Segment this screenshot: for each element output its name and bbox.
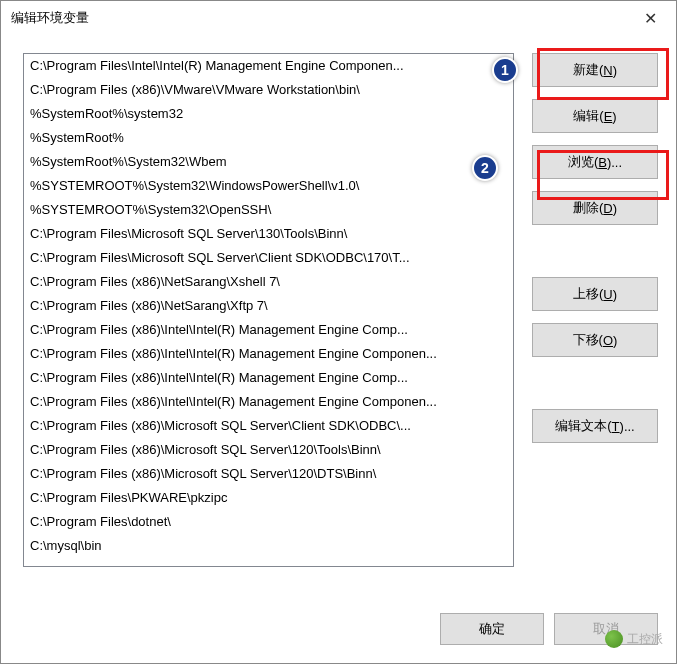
new-button[interactable]: 新建(N) [532, 53, 658, 87]
move-up-button[interactable]: 上移(U) [532, 277, 658, 311]
list-item[interactable]: C:\Program Files (x86)\Microsoft SQL Ser… [24, 462, 513, 486]
list-item[interactable]: %SYSTEMROOT%\System32\OpenSSH\ [24, 198, 513, 222]
close-icon: ✕ [644, 9, 657, 28]
list-item[interactable]: C:\Program Files\dotnet\ [24, 510, 513, 534]
list-item[interactable]: C:\Program Files (x86)\NetSarang\Xftp 7\ [24, 294, 513, 318]
list-item[interactable]: C:\Program Files\PKWARE\pkzipc [24, 486, 513, 510]
content-area: C:\Program Files\Intel\Intel(R) Manageme… [1, 35, 676, 613]
spacer [532, 237, 658, 265]
list-item[interactable]: C:\Program Files (x86)\Intel\Intel(R) Ma… [24, 390, 513, 414]
button-sidebar: 新建(N) 编辑(E) 浏览(B)... 删除(D) 上移(U) 下移(O) 编… [532, 53, 658, 601]
dialog-title: 编辑环境变量 [11, 9, 89, 27]
list-item[interactable]: C:\Program Files\Intel\Intel(R) Manageme… [24, 54, 513, 78]
move-down-button[interactable]: 下移(O) [532, 323, 658, 357]
list-item[interactable]: %SystemRoot%\System32\Wbem [24, 150, 513, 174]
list-item[interactable]: C:\Program Files\Microsoft SQL Server\13… [24, 222, 513, 246]
spacer [532, 369, 658, 397]
cancel-button[interactable]: 取消 [554, 613, 658, 645]
env-var-dialog: 编辑环境变量 ✕ C:\Program Files\Intel\Intel(R)… [0, 0, 677, 664]
list-item[interactable]: C:\Program Files (x86)\Intel\Intel(R) Ma… [24, 366, 513, 390]
browse-button[interactable]: 浏览(B)... [532, 145, 658, 179]
titlebar: 编辑环境变量 ✕ [1, 1, 676, 35]
list-item[interactable]: C:\Program Files (x86)\Microsoft SQL Ser… [24, 414, 513, 438]
close-button[interactable]: ✕ [628, 3, 672, 33]
list-item[interactable]: %SystemRoot%\system32 [24, 102, 513, 126]
list-item[interactable]: C:\Program Files (x86)\VMware\VMware Wor… [24, 78, 513, 102]
dialog-footer: 确定 取消 [1, 613, 676, 663]
edit-button[interactable]: 编辑(E) [532, 99, 658, 133]
list-area: C:\Program Files\Intel\Intel(R) Manageme… [23, 53, 514, 601]
path-listbox[interactable]: C:\Program Files\Intel\Intel(R) Manageme… [23, 53, 514, 567]
list-item[interactable]: C:\Program Files\Microsoft SQL Server\Cl… [24, 246, 513, 270]
ok-button[interactable]: 确定 [440, 613, 544, 645]
list-item[interactable]: C:\Program Files (x86)\Intel\Intel(R) Ma… [24, 342, 513, 366]
list-item[interactable]: %SystemRoot% [24, 126, 513, 150]
list-item[interactable]: C:\mysql\bin [24, 534, 513, 558]
list-item[interactable]: C:\Program Files (x86)\Microsoft SQL Ser… [24, 438, 513, 462]
edit-text-button[interactable]: 编辑文本(T)... [532, 409, 658, 443]
delete-button[interactable]: 删除(D) [532, 191, 658, 225]
list-item[interactable]: C:\Program Files (x86)\Intel\Intel(R) Ma… [24, 318, 513, 342]
list-item[interactable]: %SYSTEMROOT%\System32\WindowsPowerShell\… [24, 174, 513, 198]
list-item[interactable]: C:\Program Files (x86)\NetSarang\Xshell … [24, 270, 513, 294]
